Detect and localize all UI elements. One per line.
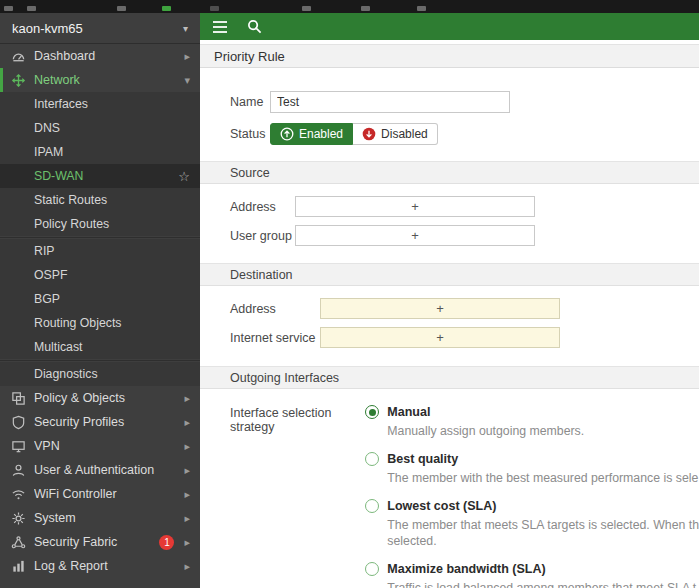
sidebar-item-dashboard[interactable]: Dashboard ▸ <box>0 44 200 68</box>
status-toggle: Enabled Disabled <box>270 123 438 145</box>
policy-objects-icon <box>10 390 26 406</box>
cutoff-icon <box>210 6 219 11</box>
option-description: The member that meets SLA targets is sel… <box>387 518 699 532</box>
search-icon[interactable] <box>246 19 262 35</box>
sidebar-item-network[interactable]: Network ▾ <box>0 68 200 92</box>
sidebar-item-policy-routes[interactable]: Policy Routes <box>0 212 200 236</box>
status-label: Status <box>230 127 270 141</box>
sidebar-item-bgp[interactable]: BGP <box>0 287 200 311</box>
sidebar-item-label: Security Fabric <box>34 535 159 549</box>
sidebar-item-diagnostics[interactable]: Diagnostics <box>0 362 200 386</box>
user-group-add-box[interactable]: + <box>295 225 535 246</box>
plus-icon: + <box>436 301 444 316</box>
gear-icon <box>10 510 26 526</box>
chevron-right-icon: ▸ <box>184 560 190 573</box>
page-title: Priority Rule <box>214 49 285 64</box>
status-enabled-button[interactable]: Enabled <box>270 123 353 145</box>
source-section-header: Source <box>200 161 699 184</box>
sidebar-item-log-report[interactable]: Log & Report ▸ <box>0 554 200 578</box>
radio-maximize-bandwidth[interactable] <box>365 562 379 576</box>
network-submenu: Interfaces DNS IPAM SD-WAN ☆ Static Rout… <box>0 92 200 386</box>
chevron-right-icon: ▸ <box>184 488 190 501</box>
name-label: Name <box>230 95 270 109</box>
sidebar: kaon-kvm65 ▾ Dashboard ▸ Network ▾ Inter… <box>0 13 200 588</box>
option-label[interactable]: Lowest cost (SLA) <box>387 499 496 513</box>
option-label[interactable]: Best quality <box>387 452 458 466</box>
radio-best-quality[interactable] <box>365 452 379 466</box>
sidebar-item-label: Diagnostics <box>34 367 190 381</box>
sidebar-item-label: Policy Routes <box>34 217 190 231</box>
hostname: kaon-kvm65 <box>12 21 83 36</box>
sidebar-item-routing-objects[interactable]: Routing Objects <box>0 311 200 335</box>
page-title-bar: Priority Rule <box>200 44 699 68</box>
user-icon <box>10 462 26 478</box>
strategy-option-lowest-cost: Lowest cost (SLA) The member that meets … <box>365 499 699 548</box>
cutoff-top-toolbar <box>0 0 699 13</box>
interface-selection-strategy: Interface selection strategy Manual Manu… <box>200 405 699 588</box>
divider <box>0 237 200 238</box>
destination-address-row: Address + <box>200 298 699 319</box>
menu-icon[interactable] <box>212 19 228 35</box>
radio-manual[interactable] <box>365 405 379 419</box>
sidebar-item-wifi-controller[interactable]: WiFi Controller ▸ <box>0 482 200 506</box>
chevron-right-icon: ▸ <box>184 416 190 429</box>
arrow-up-circle-icon <box>280 127 294 141</box>
sidebar-item-ipam[interactable]: IPAM <box>0 140 200 164</box>
source-address-add-box[interactable]: + <box>295 196 535 217</box>
sidebar-item-security-fabric[interactable]: Security Fabric 1 ▸ <box>0 530 200 554</box>
sidebar-item-security-profiles[interactable]: Security Profiles ▸ <box>0 410 200 434</box>
destination-address-add-box[interactable]: + <box>320 298 560 319</box>
arrow-down-circle-icon <box>362 127 376 141</box>
sidebar-item-ospf[interactable]: OSPF <box>0 263 200 287</box>
name-input[interactable] <box>270 91 510 113</box>
source-address-label: Address <box>230 200 295 214</box>
sidebar-item-user-authentication[interactable]: User & Authentication ▸ <box>0 458 200 482</box>
chevron-right-icon: ▸ <box>184 512 190 525</box>
internet-service-add-box[interactable]: + <box>320 327 560 348</box>
gauge-icon <box>10 48 26 64</box>
sidebar-item-system[interactable]: System ▸ <box>0 506 200 530</box>
monitor-icon <box>10 438 26 454</box>
disabled-label: Disabled <box>381 127 428 141</box>
sidebar-item-static-routes[interactable]: Static Routes <box>0 188 200 212</box>
sidebar-item-vpn[interactable]: VPN ▸ <box>0 434 200 458</box>
sidebar-item-label: SD-WAN <box>34 169 178 183</box>
user-group-label: User group <box>230 229 295 243</box>
chevron-right-icon: ▸ <box>184 464 190 477</box>
sidebar-item-rip[interactable]: RIP <box>0 239 200 263</box>
option-description: Manually assign outgoing members. <box>387 424 699 438</box>
sidebar-item-dns[interactable]: DNS <box>0 116 200 140</box>
option-label[interactable]: Maximize bandwidth (SLA) <box>387 562 545 576</box>
sidebar-item-label: WiFi Controller <box>34 487 180 501</box>
status-row: Status Enabled Disabled <box>200 122 699 146</box>
sidebar-item-label: Policy & Objects <box>34 391 180 405</box>
sidebar-item-label: Dashboard <box>34 49 180 63</box>
hostname-selector[interactable]: kaon-kvm65 ▾ <box>0 13 200 44</box>
sidebar-item-policy-objects[interactable]: Policy & Objects ▸ <box>0 386 200 410</box>
bar-chart-icon <box>10 558 26 574</box>
chevron-right-icon: ▸ <box>184 536 190 549</box>
chevron-down-icon: ▾ <box>184 74 190 87</box>
option-description: selected. <box>387 534 699 548</box>
sidebar-item-label: VPN <box>34 439 180 453</box>
sidebar-item-sdwan[interactable]: SD-WAN ☆ <box>0 164 200 188</box>
plus-icon: + <box>411 199 419 214</box>
sidebar-item-multicast[interactable]: Multicast <box>0 335 200 359</box>
destination-address-label: Address <box>230 302 320 316</box>
sidebar-item-label: IPAM <box>34 145 190 159</box>
status-disabled-button[interactable]: Disabled <box>353 123 438 145</box>
cutoff-icon <box>302 6 311 11</box>
section-title: Outgoing Interfaces <box>230 371 339 385</box>
sidebar-item-label: Network <box>34 73 180 87</box>
plus-icon: + <box>436 330 444 345</box>
strategy-options: Manual Manually assign outgoing members.… <box>365 405 699 588</box>
cutoff-icon <box>361 6 370 11</box>
sidebar-item-interfaces[interactable]: Interfaces <box>0 92 200 116</box>
security-fabric-icon <box>10 534 26 550</box>
option-label[interactable]: Manual <box>387 405 430 419</box>
sidebar-item-label: Static Routes <box>34 193 190 207</box>
chevron-right-icon: ▸ <box>184 440 190 453</box>
radio-lowest-cost[interactable] <box>365 499 379 513</box>
favorite-star-icon[interactable]: ☆ <box>178 169 190 184</box>
destination-section-header: Destination <box>200 263 699 286</box>
